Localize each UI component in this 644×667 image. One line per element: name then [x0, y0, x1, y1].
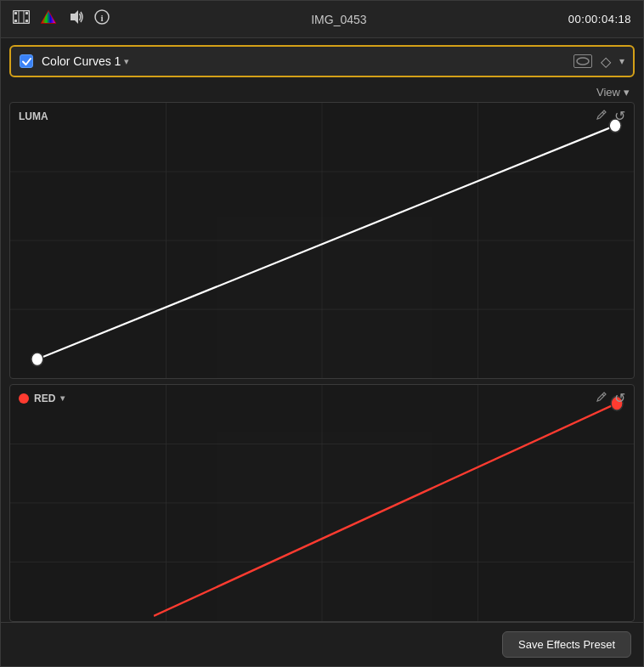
view-chevron: ▾	[624, 86, 630, 99]
luma-curve-panel: LUMA ↺	[9, 102, 635, 379]
effect-name-chevron: ▾	[124, 56, 129, 67]
svg-line-31	[602, 394, 604, 396]
red-header-icons: ↺	[596, 390, 625, 406]
mask-shape-icon[interactable]	[573, 54, 592, 68]
luma-curve-svg	[10, 103, 634, 378]
effect-header: Color Curves 1 ▾ ◇ ▾	[9, 45, 635, 77]
toolbar-time: 00:00:04:18	[568, 13, 631, 25]
luma-header-icons: ↺	[596, 108, 625, 124]
luma-curve-header: LUMA ↺	[10, 103, 634, 129]
red-curve-svg	[10, 385, 634, 621]
svg-marker-8	[42, 11, 55, 23]
effect-header-right: ◇ ▾	[573, 54, 624, 70]
svg-point-12	[577, 58, 589, 65]
toolbar: i IMG_0453 00:00:04:18	[1, 1, 643, 38]
info-icon[interactable]: i	[94, 9, 110, 29]
toolbar-left: i	[13, 9, 110, 29]
toolbar-title: IMG_0453	[311, 13, 366, 26]
svg-point-20	[31, 353, 43, 366]
luma-reset-icon[interactable]: ↺	[614, 108, 625, 124]
bottom-bar: Save Effects Preset	[1, 622, 643, 666]
effect-dropdown-chevron[interactable]: ▾	[619, 55, 624, 67]
curves-container: LUMA ↺	[1, 102, 643, 622]
film-icon[interactable]	[13, 10, 30, 28]
svg-text:i: i	[100, 13, 103, 23]
svg-rect-3	[25, 12, 28, 14]
effect-checkbox[interactable]	[20, 54, 33, 68]
luma-eyedropper-icon[interactable]	[596, 109, 607, 123]
red-curve-panel: RED ▾ ↺	[9, 384, 635, 622]
red-chevron: ▾	[60, 393, 65, 403]
app-window: i IMG_0453 00:00:04:18 Color Curves 1 ▾	[0, 0, 644, 667]
effect-name[interactable]: Color Curves 1 ▾	[42, 54, 573, 68]
svg-line-22	[602, 112, 604, 114]
red-label: RED ▾	[19, 393, 65, 404]
red-eyedropper-icon[interactable]	[596, 391, 607, 405]
red-reset-icon[interactable]: ↺	[614, 390, 625, 406]
keyframe-diamond-icon[interactable]: ◇	[601, 54, 611, 70]
save-effects-preset-button[interactable]: Save Effects Preset	[502, 631, 631, 658]
svg-line-29	[154, 404, 617, 616]
svg-rect-4	[25, 20, 28, 22]
red-curve-header: RED ▾ ↺	[10, 385, 634, 411]
view-button[interactable]: View ▾	[596, 86, 630, 99]
view-row: View ▾	[1, 84, 643, 102]
svg-marker-9	[71, 10, 78, 24]
svg-rect-2	[14, 20, 17, 22]
svg-rect-1	[14, 12, 17, 14]
color-icon[interactable]	[40, 9, 57, 29]
audio-icon[interactable]	[67, 9, 84, 29]
red-dot	[19, 393, 29, 404]
luma-label: LUMA	[19, 110, 48, 122]
svg-line-19	[37, 126, 615, 359]
